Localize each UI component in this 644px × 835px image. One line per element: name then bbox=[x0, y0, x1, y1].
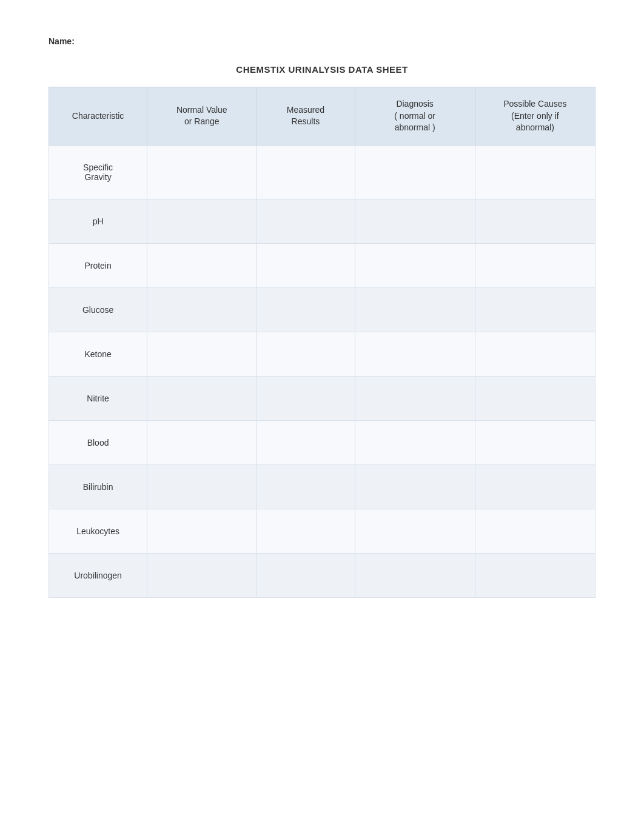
cell-measured bbox=[257, 145, 355, 199]
cell-measured bbox=[257, 464, 355, 509]
cell-diagnosis bbox=[355, 509, 475, 553]
table-row: pH bbox=[49, 199, 595, 243]
table-row: Blood bbox=[49, 420, 595, 464]
cell-characteristic: Bilirubin bbox=[49, 464, 147, 509]
cell-measured bbox=[257, 243, 355, 287]
cell-causes bbox=[475, 464, 595, 509]
cell-measured bbox=[257, 509, 355, 553]
cell-diagnosis bbox=[355, 376, 475, 420]
cell-causes bbox=[475, 509, 595, 553]
cell-causes bbox=[475, 376, 595, 420]
cell-measured bbox=[257, 332, 355, 376]
cell-characteristic: Blood bbox=[49, 420, 147, 464]
table-row: Bilirubin bbox=[49, 464, 595, 509]
table-row: Protein bbox=[49, 243, 595, 287]
cell-characteristic: Nitrite bbox=[49, 376, 147, 420]
cell-characteristic: SpecificGravity bbox=[49, 145, 147, 199]
cell-characteristic: Protein bbox=[49, 243, 147, 287]
name-label: Name: bbox=[49, 36, 595, 46]
cell-causes bbox=[475, 199, 595, 243]
cell-measured bbox=[257, 199, 355, 243]
cell-characteristic: Leukocytes bbox=[49, 509, 147, 553]
cell-causes bbox=[475, 553, 595, 597]
urinalysis-table: Characteristic Normal Valueor Range Meas… bbox=[49, 87, 595, 598]
col-header-normal: Normal Valueor Range bbox=[147, 87, 257, 146]
cell-causes bbox=[475, 287, 595, 332]
table-row: Nitrite bbox=[49, 376, 595, 420]
cell-causes bbox=[475, 332, 595, 376]
cell-measured bbox=[257, 376, 355, 420]
cell-normal-value bbox=[147, 376, 257, 420]
cell-diagnosis bbox=[355, 145, 475, 199]
col-header-diagnosis: Diagnosis( normal orabnormal ) bbox=[355, 87, 475, 146]
cell-causes bbox=[475, 420, 595, 464]
cell-normal-value bbox=[147, 243, 257, 287]
cell-diagnosis bbox=[355, 464, 475, 509]
table-row: Ketone bbox=[49, 332, 595, 376]
table-row: SpecificGravity bbox=[49, 145, 595, 199]
cell-diagnosis bbox=[355, 553, 475, 597]
cell-normal-value bbox=[147, 553, 257, 597]
cell-causes bbox=[475, 145, 595, 199]
cell-measured bbox=[257, 553, 355, 597]
cell-diagnosis bbox=[355, 332, 475, 376]
col-header-characteristic: Characteristic bbox=[49, 87, 147, 146]
cell-normal-value bbox=[147, 332, 257, 376]
cell-characteristic: Urobilinogen bbox=[49, 553, 147, 597]
cell-normal-value bbox=[147, 464, 257, 509]
col-header-causes: Possible Causes(Enter only ifabnormal) bbox=[475, 87, 595, 146]
page-title: CHEMSTIX URINALYSIS DATA SHEET bbox=[49, 64, 595, 75]
cell-measured bbox=[257, 287, 355, 332]
cell-normal-value bbox=[147, 420, 257, 464]
table-row: Leukocytes bbox=[49, 509, 595, 553]
cell-characteristic: pH bbox=[49, 199, 147, 243]
cell-normal-value bbox=[147, 287, 257, 332]
cell-normal-value bbox=[147, 145, 257, 199]
cell-diagnosis bbox=[355, 287, 475, 332]
table-header-row: Characteristic Normal Valueor Range Meas… bbox=[49, 87, 595, 146]
col-header-measured: MeasuredResults bbox=[257, 87, 355, 146]
cell-measured bbox=[257, 420, 355, 464]
cell-diagnosis bbox=[355, 243, 475, 287]
cell-causes bbox=[475, 243, 595, 287]
cell-normal-value bbox=[147, 199, 257, 243]
table-row: Urobilinogen bbox=[49, 553, 595, 597]
table-row: Glucose bbox=[49, 287, 595, 332]
cell-diagnosis bbox=[355, 420, 475, 464]
cell-diagnosis bbox=[355, 199, 475, 243]
cell-normal-value bbox=[147, 509, 257, 553]
cell-characteristic: Ketone bbox=[49, 332, 147, 376]
cell-characteristic: Glucose bbox=[49, 287, 147, 332]
